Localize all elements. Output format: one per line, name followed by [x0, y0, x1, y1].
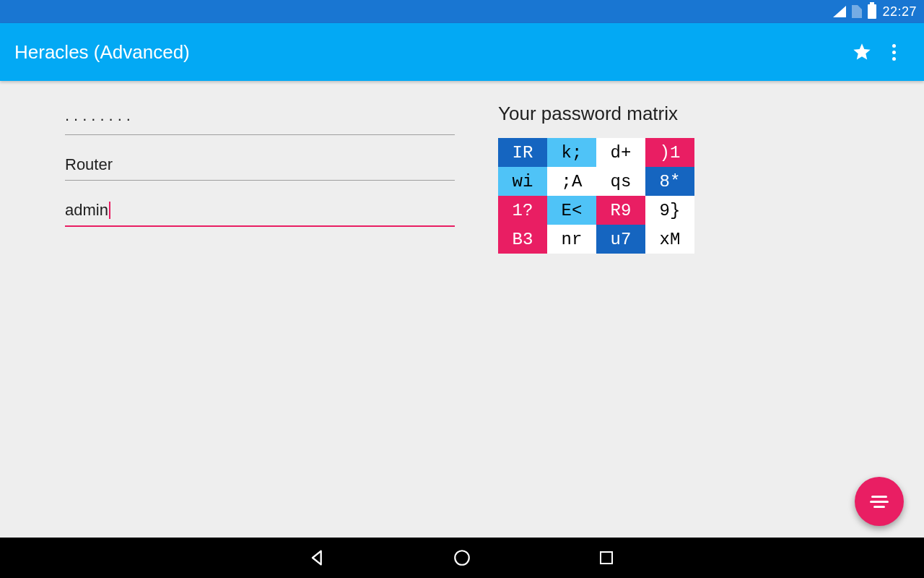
matrix-cell: d+ [596, 138, 645, 167]
field-underline [65, 180, 455, 181]
svg-rect-1 [601, 552, 612, 564]
matrix-cell: qs [596, 167, 645, 196]
matrix-cell: E< [547, 196, 596, 225]
matrix-cell: k; [547, 138, 596, 167]
matrix-cell: wi [498, 167, 547, 196]
android-nav-bar [0, 538, 924, 578]
matrix-cell: u7 [596, 225, 645, 254]
matrix-cell: 1? [498, 196, 547, 225]
matrix-cell: xM [645, 225, 694, 254]
username-field-wrapper: admin [65, 194, 455, 227]
matrix-cell: ;A [547, 167, 596, 196]
password-field-wrapper [65, 103, 455, 135]
dot-icon [892, 57, 896, 61]
recent-icon [598, 549, 615, 566]
matrix-cell: 8* [645, 167, 694, 196]
matrix-cell: IR [498, 138, 547, 167]
fab-button[interactable] [855, 477, 904, 526]
service-field-wrapper [65, 148, 455, 181]
username-input[interactable]: admin [65, 194, 455, 225]
notes-icon [870, 496, 889, 508]
matrix-cell: 9} [645, 196, 694, 225]
app-title: Heracles (Advanced) [14, 41, 846, 64]
dot-icon [892, 51, 896, 54]
content-area: admin Your password matrix IRk;d+)1wi;Aq… [0, 81, 924, 538]
username-value: admin [65, 201, 108, 220]
svg-point-0 [455, 551, 469, 565]
password-matrix: IRk;d+)1wi;Aqs8*1?E<R99}B3nru7xM [498, 138, 859, 254]
sim-icon [852, 5, 862, 18]
home-icon [453, 548, 471, 567]
favorite-button[interactable] [846, 36, 878, 68]
matrix-panel: Your password matrix IRk;d+)1wi;Aqs8*1?E… [498, 103, 859, 538]
dot-icon [892, 44, 896, 48]
matrix-title: Your password matrix [498, 103, 859, 125]
matrix-cell: B3 [498, 225, 547, 254]
matrix-cell: R9 [596, 196, 645, 225]
back-icon [308, 548, 328, 568]
nav-home-button[interactable] [451, 547, 473, 569]
status-clock: 22:27 [882, 4, 917, 20]
field-underline [65, 225, 455, 227]
wifi-icon [833, 6, 846, 17]
matrix-cell: )1 [645, 138, 694, 167]
battery-icon [868, 4, 876, 19]
nav-recent-button[interactable] [596, 547, 617, 569]
star-icon [852, 42, 872, 62]
service-input[interactable] [65, 148, 455, 180]
password-input[interactable] [65, 103, 455, 134]
field-underline [65, 134, 455, 135]
matrix-cell: nr [547, 225, 596, 254]
nav-back-button[interactable] [307, 547, 328, 569]
android-status-bar: 22:27 [0, 0, 924, 23]
app-bar: Heracles (Advanced) [0, 23, 924, 81]
text-cursor [109, 202, 110, 219]
form-panel: admin [65, 103, 455, 538]
overflow-menu-button[interactable] [878, 36, 910, 68]
